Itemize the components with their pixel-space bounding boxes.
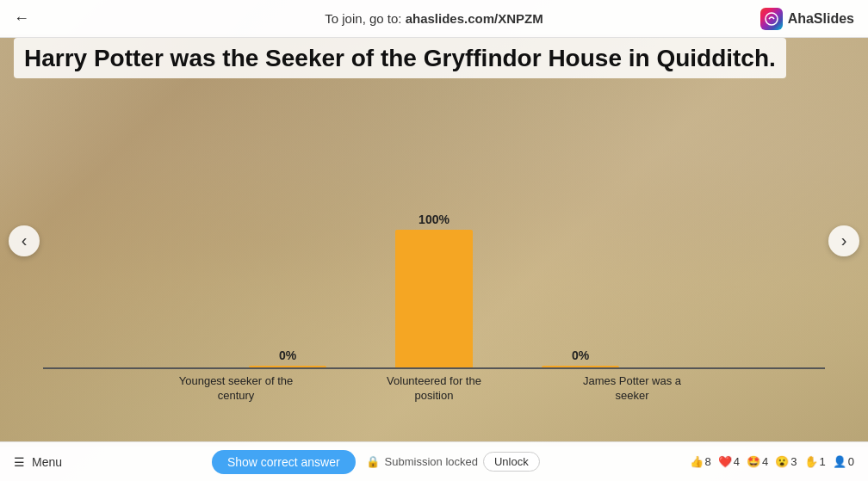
svg-point-0 <box>766 13 778 25</box>
bar-3-percentage: 0% <box>572 348 589 362</box>
bar-label-3: James Potter was a seeker <box>567 374 697 404</box>
logo-text: AhaSlides <box>788 11 854 27</box>
reaction-raise: ✋ 1 <box>804 455 826 468</box>
bar-1-percentage: 0% <box>279 348 296 362</box>
submission-info: 🔒 Submission locked Unlock <box>366 452 540 472</box>
join-url: ahaslides.com/XNPZM <box>406 11 543 26</box>
bar-1 <box>249 366 326 367</box>
wow-count: 3 <box>790 455 797 468</box>
question-title-area: Harry Potter was the Seeker of the Gryff… <box>14 43 854 74</box>
reaction-starstruck: 🤩 4 <box>747 455 768 468</box>
reaction-wow: 😮 3 <box>775 455 797 468</box>
raise-icon: ✋ <box>804 455 818 468</box>
bar-group-2: 100% <box>395 195 473 367</box>
reaction-heart: ❤️ 4 <box>718 455 740 468</box>
thumbsup-icon: 👍 <box>690 455 704 468</box>
chart-baseline <box>43 367 825 369</box>
thumbsup-count: 8 <box>705 455 711 468</box>
logo-icon <box>760 8 783 30</box>
bar-group-3: 0% <box>542 195 619 367</box>
show-answer-button[interactable]: Show correct answer <box>212 450 356 474</box>
join-text-prefix: To join, go to: <box>325 11 405 26</box>
reactions-area: 👍 8 ❤️ 4 🤩 4 😮 3 ✋ 1 👤 0 <box>690 455 854 468</box>
menu-label: Menu <box>32 455 62 469</box>
menu-button[interactable]: ☰ Menu <box>14 455 62 469</box>
ahaslides-logo: AhaSlides <box>760 8 854 30</box>
bar-label-2: Volunteered for the position <box>369 374 499 404</box>
bottom-bar: ☰ Menu Show correct answer 🔒 Submission … <box>0 441 868 481</box>
bars-row: 0% 100% 0% <box>43 195 825 367</box>
bottom-center-area: Show correct answer 🔒 Submission locked … <box>212 450 540 474</box>
starstruck-count: 4 <box>762 455 768 468</box>
person-count: 0 <box>848 455 854 468</box>
question-text: Harry Potter was the Seeker of the Gryff… <box>14 38 786 78</box>
heart-count: 4 <box>734 455 740 468</box>
reaction-person: 👤 0 <box>833 455 854 468</box>
hamburger-icon: ☰ <box>14 455 25 469</box>
bar-2-percentage: 100% <box>418 213 450 226</box>
labels-row: Youngest seeker of the century Volunteer… <box>43 374 825 404</box>
bar-3 <box>542 366 619 367</box>
lock-icon: 🔒 <box>366 455 380 468</box>
starstruck-icon: 🤩 <box>747 455 760 468</box>
bar-2 <box>395 230 473 367</box>
raise-count: 1 <box>820 455 826 468</box>
unlock-button[interactable]: Unlock <box>483 452 540 472</box>
bar-group-1: 0% <box>249 195 326 367</box>
submission-text: Submission locked <box>385 455 478 468</box>
chart-area: 0% 100% 0% Youngest seeker of the centur… <box>43 163 825 404</box>
nav-left-button[interactable]: ‹ <box>9 225 40 256</box>
heart-icon: ❤️ <box>718 455 732 468</box>
wow-icon: 😮 <box>775 455 789 468</box>
reaction-thumbsup: 👍 8 <box>690 455 711 468</box>
nav-right-button[interactable]: › <box>828 225 859 256</box>
person-icon: 👤 <box>833 455 846 468</box>
back-button[interactable]: ← <box>14 9 29 28</box>
top-bar: ← To join, go to: ahaslides.com/XNPZM Ah… <box>0 0 868 38</box>
join-instruction: To join, go to: ahaslides.com/XNPZM <box>325 11 542 26</box>
bar-label-1: Youngest seeker of the century <box>171 374 301 404</box>
